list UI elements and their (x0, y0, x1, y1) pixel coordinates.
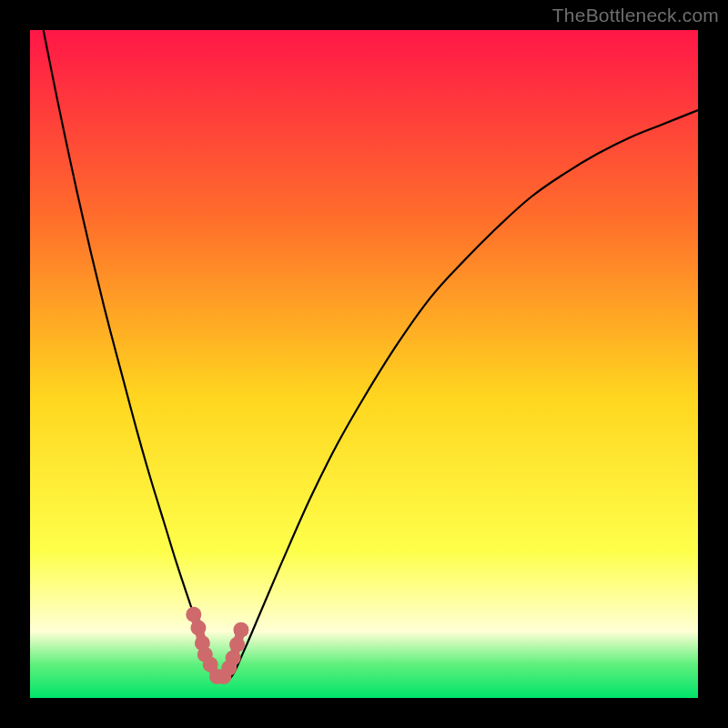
valley-marker-dot (190, 620, 206, 635)
chart-svg (30, 30, 698, 698)
valley-marker-dot (233, 622, 248, 638)
valley-marker-dot (229, 637, 245, 652)
chart-area (30, 30, 698, 698)
watermark-text: TheBottleneck.com (552, 5, 719, 26)
valley-marker-dot (186, 607, 201, 622)
valley-marker-dot (226, 650, 241, 665)
gradient-background (30, 30, 698, 698)
